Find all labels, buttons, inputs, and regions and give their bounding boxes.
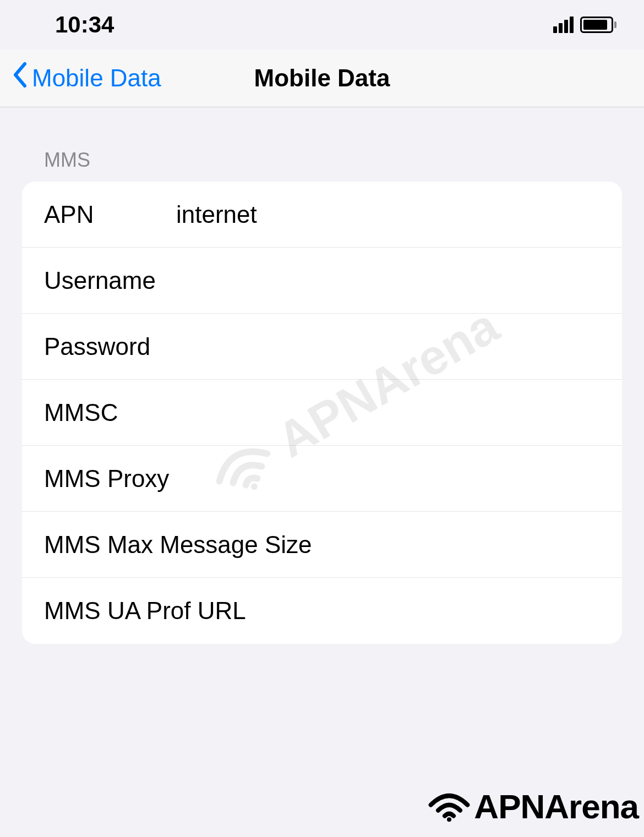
- back-label: Mobile Data: [32, 64, 161, 92]
- section-header-mms: MMS: [22, 149, 622, 172]
- password-input[interactable]: [176, 333, 600, 360]
- apn-row[interactable]: APN: [22, 182, 622, 248]
- battery-icon: [580, 17, 616, 33]
- mms-proxy-row[interactable]: MMS Proxy: [22, 446, 622, 512]
- brand-logo: APNArena: [427, 787, 638, 826]
- mmsc-row[interactable]: MMSC: [22, 380, 622, 446]
- wifi-icon: [427, 790, 471, 823]
- back-button[interactable]: Mobile Data: [11, 62, 161, 95]
- content-area: MMS APN Username Password MMSC MMS Proxy: [0, 107, 644, 644]
- page-title: Mobile Data: [254, 64, 390, 92]
- mms-ua-prof-label: MMS UA Prof URL: [44, 597, 600, 625]
- chevron-left-icon: [11, 62, 28, 95]
- apn-input[interactable]: [176, 201, 600, 228]
- mms-max-size-label: MMS Max Message Size: [44, 531, 600, 559]
- status-bar: 10:34: [0, 0, 644, 50]
- mms-proxy-label: MMS Proxy: [44, 465, 298, 493]
- username-row[interactable]: Username: [22, 248, 622, 314]
- status-indicators: [553, 17, 616, 33]
- mms-max-size-row[interactable]: MMS Max Message Size: [22, 512, 622, 578]
- brand-name: APNArena: [474, 787, 638, 826]
- username-label: Username: [44, 267, 176, 294]
- mmsc-label: MMSC: [44, 399, 176, 426]
- svg-point-1: [447, 817, 451, 822]
- mms-proxy-input[interactable]: [298, 465, 600, 493]
- cellular-signal-icon: [553, 17, 574, 33]
- status-time: 10:34: [55, 12, 114, 38]
- mmsc-input[interactable]: [176, 399, 600, 426]
- mms-settings-group: APN Username Password MMSC MMS Proxy MMS…: [22, 182, 622, 644]
- mms-ua-prof-row[interactable]: MMS UA Prof URL: [22, 578, 622, 644]
- apn-label: APN: [44, 201, 176, 228]
- password-label: Password: [44, 333, 176, 360]
- password-row[interactable]: Password: [22, 314, 622, 380]
- navigation-bar: Mobile Data Mobile Data: [0, 50, 644, 107]
- username-input[interactable]: [176, 267, 600, 294]
